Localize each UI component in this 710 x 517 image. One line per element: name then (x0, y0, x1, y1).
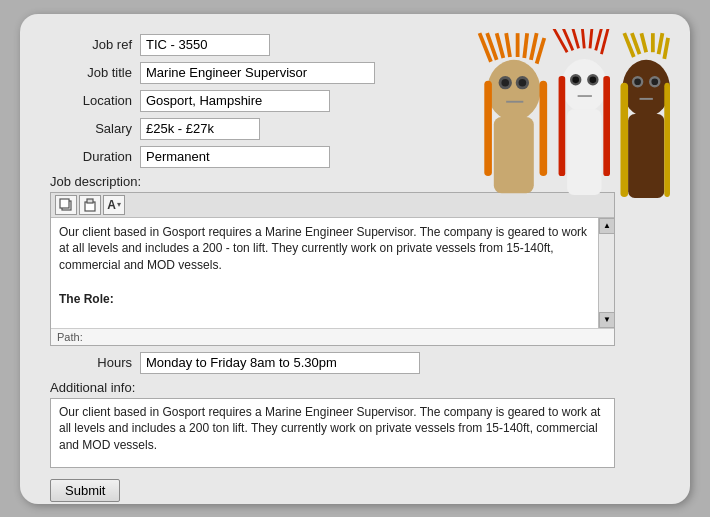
location-row: Location (50, 90, 480, 112)
submit-button[interactable]: Submit (50, 479, 120, 502)
svg-line-23 (601, 29, 608, 54)
toolbar-paste-btn[interactable] (79, 195, 101, 215)
salary-input[interactable] (140, 118, 260, 140)
svg-line-37 (659, 33, 663, 54)
svg-rect-15 (484, 80, 492, 175)
svg-rect-30 (567, 109, 601, 195)
location-label: Location (50, 93, 140, 108)
svg-line-21 (590, 29, 592, 48)
svg-point-26 (572, 76, 579, 83)
duration-row: Duration (50, 146, 480, 168)
submit-row: Submit (50, 479, 480, 502)
editor-container: A ▾ Our client based in Gosport requires… (50, 192, 615, 346)
duration-input[interactable] (140, 146, 330, 168)
form-area: Job ref Job title Location Salary Durati… (50, 34, 480, 502)
svg-line-20 (582, 29, 584, 48)
svg-point-8 (487, 59, 540, 120)
svg-rect-47 (664, 82, 670, 196)
svg-point-41 (634, 78, 641, 85)
scrollbar-up-btn[interactable]: ▲ (599, 218, 614, 234)
svg-point-28 (590, 76, 597, 83)
toolbar-fontcolor-btn[interactable]: A ▾ (103, 195, 125, 215)
svg-rect-31 (559, 76, 566, 176)
jobref-label: Job ref (50, 37, 140, 52)
svg-point-24 (561, 58, 607, 111)
svg-point-39 (622, 59, 670, 116)
svg-line-22 (596, 29, 602, 50)
svg-line-2 (497, 33, 504, 58)
svg-rect-32 (603, 76, 610, 176)
puppet-illustration (470, 24, 670, 204)
jobdesc-label: Job description: (50, 174, 480, 189)
svg-rect-49 (60, 199, 69, 208)
svg-rect-45 (628, 114, 664, 198)
jobref-input[interactable] (140, 34, 270, 56)
scrollbar-track (599, 234, 614, 312)
jobtitle-input[interactable] (140, 62, 375, 84)
svg-point-10 (501, 78, 509, 86)
editor-text[interactable]: Our client based in Gosport requires a M… (51, 218, 598, 328)
svg-point-12 (519, 78, 527, 86)
svg-rect-46 (620, 82, 628, 196)
jobtitle-row: Job title (50, 62, 480, 84)
editor-path: Path: (51, 328, 614, 345)
main-card: Job ref Job title Location Salary Durati… (20, 14, 690, 504)
salary-row: Salary (50, 118, 480, 140)
svg-rect-14 (494, 116, 534, 192)
svg-line-6 (531, 33, 537, 60)
svg-line-3 (506, 33, 510, 57)
additional-textarea[interactable]: Our client based in Gosport requires a M… (50, 398, 615, 468)
svg-line-38 (664, 37, 668, 58)
additional-label: Additional info: (50, 380, 480, 395)
svg-line-7 (537, 37, 545, 63)
jobtitle-label: Job title (50, 65, 140, 80)
svg-rect-16 (540, 80, 548, 175)
scrollbar-down-btn[interactable]: ▼ (599, 312, 614, 328)
salary-label: Salary (50, 121, 140, 136)
duration-label: Duration (50, 149, 140, 164)
svg-line-19 (573, 29, 579, 48)
hours-label: Hours (50, 355, 140, 370)
svg-line-35 (641, 33, 646, 52)
toolbar-copy-btn[interactable] (55, 195, 77, 215)
jobref-row: Job ref (50, 34, 480, 56)
svg-point-43 (651, 78, 658, 85)
svg-line-5 (524, 33, 527, 58)
location-input[interactable] (140, 90, 330, 112)
svg-rect-51 (87, 199, 93, 203)
editor-scrollbar: ▲ ▼ (598, 218, 614, 328)
hours-input[interactable] (140, 352, 420, 374)
hours-row: Hours (50, 352, 480, 374)
editor-body: Our client based in Gosport requires a M… (51, 218, 614, 328)
